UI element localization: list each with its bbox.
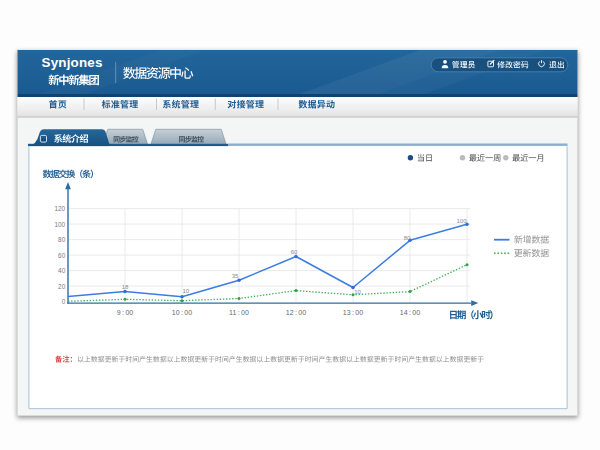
svg-text:60: 60 (58, 252, 66, 259)
svg-text:80: 80 (404, 235, 411, 241)
svg-text:9 : 00: 9 : 00 (117, 309, 134, 316)
svg-text:12 : 00: 12 : 00 (286, 309, 306, 316)
svg-text:120: 120 (55, 205, 66, 212)
svg-text:Synjones: Synjones (42, 55, 103, 70)
svg-text:80: 80 (58, 236, 66, 243)
svg-text:100: 100 (55, 221, 66, 228)
svg-text:18: 18 (122, 284, 129, 290)
svg-text:10 : 00: 10 : 00 (172, 309, 192, 316)
svg-text:35: 35 (232, 273, 239, 279)
svg-text:10: 10 (182, 288, 189, 294)
svg-text:40: 40 (58, 267, 66, 274)
svg-text:100: 100 (456, 218, 467, 224)
svg-text:10: 10 (354, 289, 361, 295)
svg-text:14 : 00: 14 : 00 (400, 309, 420, 316)
svg-text:60: 60 (291, 249, 298, 255)
svg-text:11 : 00: 11 : 00 (229, 309, 249, 316)
svg-text:13 : 00: 13 : 00 (343, 309, 363, 316)
svg-text:0: 0 (62, 298, 66, 305)
svg-text:20: 20 (58, 283, 66, 290)
